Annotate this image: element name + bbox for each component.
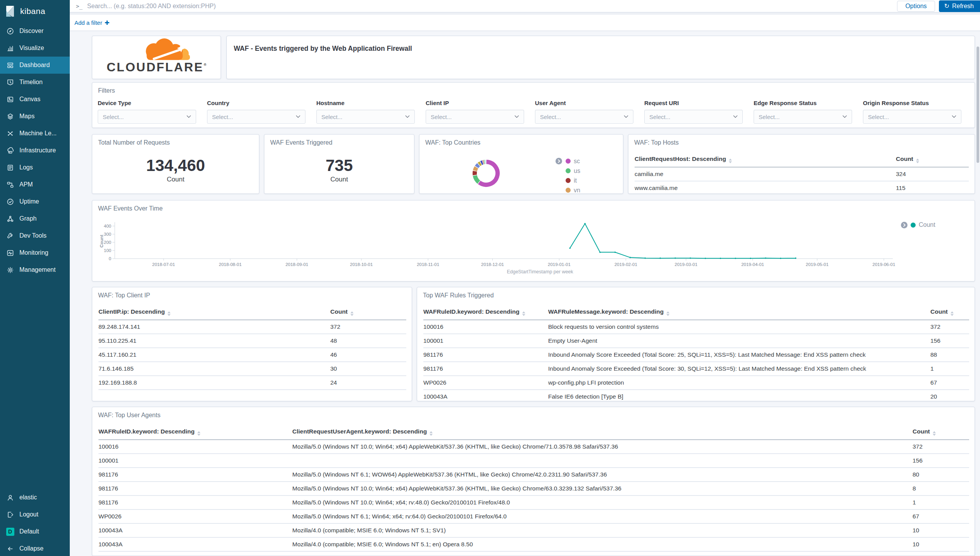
page-scrollbar[interactable]: [977, 47, 979, 163]
sidebar-item-collapse[interactable]: Collapse: [0, 540, 70, 556]
table-row: 89.248.174.141372: [98, 320, 406, 334]
legend-item[interactable]: us: [566, 166, 580, 176]
column-header[interactable]: ClientRequestHost: Descending: [635, 155, 896, 167]
sort-icon: [951, 311, 954, 316]
username-label: elastic: [19, 494, 37, 501]
svg-text:2019-05-01: 2019-05-01: [806, 262, 829, 267]
sort-icon: [916, 159, 919, 163]
column-header[interactable]: WAFRuleMessage.keyword: Descending: [548, 308, 930, 320]
select-placeholder: Select...: [540, 114, 561, 120]
column-header[interactable]: Count: [330, 308, 406, 320]
filter-select[interactable]: Select...: [98, 110, 196, 124]
kibana-logo-row[interactable]: kibana: [0, 0, 70, 22]
select-placeholder: Select...: [212, 114, 233, 120]
sidebar-item-uptime[interactable]: Uptime: [0, 193, 70, 210]
sidebar-item-logs[interactable]: Logs: [0, 159, 70, 176]
sidebar-item-user[interactable]: elastic: [0, 489, 70, 506]
options-button[interactable]: Options: [897, 1, 935, 12]
search-input[interactable]: [87, 3, 897, 10]
sort-icon: [933, 431, 936, 436]
filter-select[interactable]: Select...: [426, 110, 524, 124]
filter-select[interactable]: Select...: [754, 110, 852, 124]
sidebar-item-dev-tools[interactable]: Dev Tools: [0, 227, 70, 244]
metric-label: Count: [264, 176, 414, 183]
sort-icon: [522, 311, 525, 316]
filter-bar: Add a filter ✚: [70, 15, 980, 31]
table-row: 45.117.160.2146: [98, 348, 406, 362]
sidebar-item-monitoring[interactable]: Monitoring: [0, 244, 70, 261]
chevron-down-icon: [514, 115, 519, 118]
filter-select[interactable]: Select...: [644, 110, 743, 124]
sidebar-item-label: Uptime: [19, 198, 39, 205]
logout-icon: [6, 511, 14, 518]
sidebar-item-default-space[interactable]: D Default: [0, 523, 70, 540]
legend-toggle-icon[interactable]: [556, 158, 562, 164]
refresh-button[interactable]: ↻ Refresh: [939, 0, 980, 12]
sidebar-item-label: Visualize: [19, 45, 44, 52]
sidebar-item-canvas[interactable]: Canvas: [0, 91, 70, 108]
sidebar-item-graph[interactable]: Graph: [0, 210, 70, 227]
legend-item[interactable]: sc: [566, 156, 580, 166]
events-over-time-panel: WAF Events Over Time 01002003004002018-0…: [92, 200, 975, 281]
legend-label[interactable]: Count: [919, 221, 935, 228]
kibana-logo-icon: [4, 5, 16, 17]
events-over-time-line-chart[interactable]: 01002003004002018-07-012018-08-012018-09…: [92, 200, 975, 281]
sidebar-item-dashboard[interactable]: Dashboard: [0, 57, 70, 74]
sidebar-item-management[interactable]: Management: [0, 261, 70, 278]
column-header[interactable]: Count: [913, 428, 969, 440]
legend-label: us: [574, 167, 580, 174]
filter-select[interactable]: Select...: [316, 110, 415, 124]
filter-select[interactable]: Select...: [207, 110, 305, 124]
sidebar-item-infrastructure[interactable]: Infrastructure: [0, 142, 70, 159]
sidebar-item-timelion[interactable]: Timelion: [0, 74, 70, 91]
svg-text:2018-11-01: 2018-11-01: [417, 262, 439, 267]
sidebar-item-logout[interactable]: Logout: [0, 506, 70, 523]
select-placeholder: Select...: [103, 114, 124, 120]
sidebar-item-apm[interactable]: APM: [0, 176, 70, 193]
logout-label: Logout: [19, 511, 38, 518]
machine-learning-icon: [6, 130, 14, 137]
top-countries-panel: WAF: Top Countries sc us it: [419, 134, 623, 194]
column-header[interactable]: Count: [930, 308, 969, 320]
column-header[interactable]: WAFRuleID.keyword: Descending: [98, 428, 292, 440]
sidebar-item-label: Timelion: [19, 79, 43, 86]
chevron-down-icon: [296, 115, 300, 118]
legend-label: it: [574, 177, 577, 184]
svg-text:2018-10-01: 2018-10-01: [350, 262, 373, 267]
table-row: 192.169.188.824: [98, 376, 406, 390]
search-bar: >_ Options ↻ Refresh: [70, 0, 980, 12]
chevron-down-icon: [624, 115, 628, 118]
sidebar-item-visualize[interactable]: Visualize: [0, 40, 70, 57]
legend-item[interactable]: it: [566, 176, 580, 185]
sort-icon: [167, 311, 171, 316]
legend-item[interactable]: vn: [566, 185, 580, 194]
svg-text:2018-07-01: 2018-07-01: [152, 262, 175, 267]
filter-field: Country Select...: [207, 100, 305, 124]
legend-toggle-icon[interactable]: [901, 222, 908, 228]
panel-title: WAF: Top Hosts: [628, 135, 975, 146]
table-row: 100001Empty User-Agent156: [423, 334, 969, 348]
filter-select[interactable]: Select...: [863, 110, 961, 124]
top-countries-donut-chart[interactable]: [419, 135, 623, 194]
select-placeholder: Select...: [759, 114, 780, 120]
table-row: 100043AMozilla/4.0 (compatible; MSIE 6.0…: [98, 523, 969, 537]
add-filter-button[interactable]: Add a filter ✚: [74, 19, 109, 26]
column-header[interactable]: ClientRequestUserAgent.keyword: Descendi…: [292, 428, 913, 440]
column-header[interactable]: WAFRuleID.keyword: Descending: [423, 308, 548, 320]
svg-text:2018-09-01: 2018-09-01: [285, 262, 308, 267]
user-icon: [6, 494, 14, 501]
dev-tools-icon: [6, 232, 14, 240]
svg-text:Count: Count: [99, 235, 104, 247]
table-row: 981176Mozilla/5.0 (Windows NT 10.0; Win6…: [98, 482, 969, 496]
table-row: 981176Mozilla/5.0 (Windows NT 10.0; Win6…: [98, 496, 969, 509]
sidebar-item-machine-learning[interactable]: Machine Le...: [0, 125, 70, 142]
column-header[interactable]: Count: [896, 155, 969, 167]
filter-label: Request URI: [644, 100, 743, 106]
sidebar-item-maps[interactable]: Maps: [0, 108, 70, 125]
column-header[interactable]: ClientIP.ip: Descending: [98, 308, 330, 320]
metric-label: Count: [92, 176, 259, 183]
sidebar-item-discover[interactable]: Discover: [0, 22, 70, 40]
svg-text:EdgeStartTimestamp per week: EdgeStartTimestamp per week: [507, 269, 573, 275]
filter-select[interactable]: Select...: [535, 110, 633, 124]
select-placeholder: Select...: [431, 114, 452, 120]
